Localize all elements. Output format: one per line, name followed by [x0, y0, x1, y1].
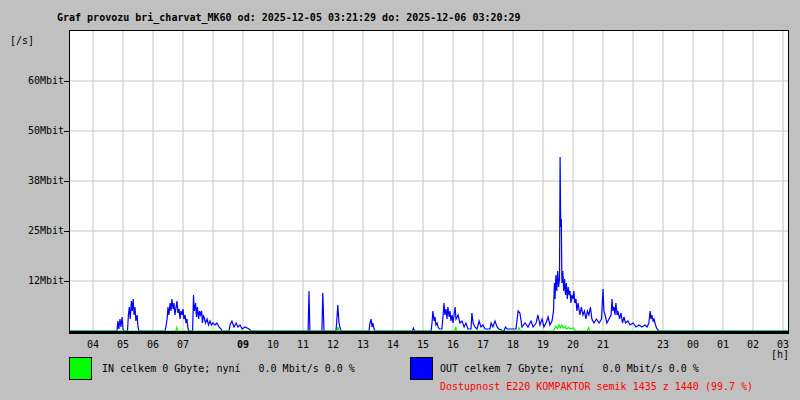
x-tick-label: 10	[258, 339, 288, 351]
availability-status-text: Dostupnost E220 KOMPAKTOR semik 1435 z 1…	[440, 381, 753, 392]
y-tick-label: 25Mbit	[18, 225, 64, 237]
x-tick-label: 15	[408, 339, 438, 351]
x-tick-label: 16	[438, 339, 468, 351]
x-tick-label: 06	[138, 339, 168, 351]
x-axis-unit-label: [h]	[771, 349, 789, 360]
y-tick-label: 60Mbit	[18, 75, 64, 87]
y-tick-label: 12Mbit	[18, 275, 64, 287]
x-tick-label: 00	[678, 339, 708, 351]
x-tick-label: 13	[348, 339, 378, 351]
traffic-chart-svg	[70, 31, 788, 331]
x-tick-label: 18	[498, 339, 528, 351]
in-traffic-trace	[70, 325, 788, 331]
x-tick-label: 11	[288, 339, 318, 351]
x-tick-label: 20	[558, 339, 588, 351]
x-tick-label: 12	[318, 339, 348, 351]
legend-out-swatch	[410, 357, 433, 380]
y-tick-label: 50Mbit	[18, 125, 64, 137]
x-tick-label: 01	[708, 339, 738, 351]
x-tick-label: 04	[78, 339, 108, 351]
legend-out-label: OUT celkem 7 Gbyte; nyní 0.0 Mbit/s 0.0 …	[440, 363, 699, 374]
y-axis-unit-label: [/s]	[10, 35, 34, 46]
x-tick-label: 02	[738, 339, 768, 351]
y-tick-mark	[64, 281, 70, 282]
graph-title: Graf provozu bri_charvat_MK60 od: 2025-1…	[57, 12, 521, 23]
x-tick-label: 19	[528, 339, 558, 351]
out-traffic-trace	[70, 157, 788, 331]
x-tick-label: 21	[588, 339, 618, 351]
x-tick-label: 05	[108, 339, 138, 351]
traffic-graph-page: Graf provozu bri_charvat_MK60 od: 2025-1…	[0, 0, 800, 400]
y-tick-mark	[64, 231, 70, 232]
y-tick-mark	[64, 81, 70, 82]
y-tick-label: 38Mbit	[18, 175, 64, 187]
plot-area	[69, 30, 789, 334]
x-tick-label: 23	[648, 339, 678, 351]
y-tick-mark	[64, 131, 70, 132]
y-tick-mark	[64, 181, 70, 182]
x-tick-label: 09	[228, 339, 258, 351]
x-tick-label: 14	[378, 339, 408, 351]
x-tick-label: 17	[468, 339, 498, 351]
legend-in-label: IN celkem 0 Gbyte; nyní 0.0 Mbit/s 0.0 %	[102, 363, 355, 374]
x-tick-label: 07	[168, 339, 198, 351]
legend-in-swatch	[69, 357, 92, 380]
